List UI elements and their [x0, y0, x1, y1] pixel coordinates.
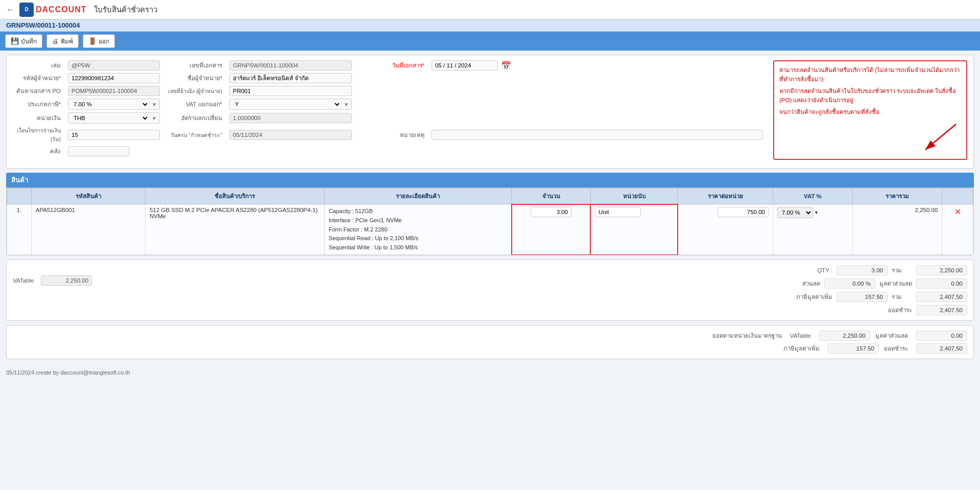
form-section: เล่ม เลขที่เอกสาร วันที่เอกสาร* 📅 รหัสผู…: [6, 55, 974, 169]
supplier-code-input[interactable]: [68, 73, 160, 83]
bt-vatable-label: VATable: [790, 333, 814, 339]
discount-label: ส่วนลด: [773, 279, 820, 288]
row-sku: APA512GB001: [31, 204, 145, 255]
qty-input[interactable]: [531, 207, 571, 217]
price-input[interactable]: [718, 207, 769, 217]
alert-box: สามารถลดจำนวนสินค้าหรือบริการได้ (ไม่สาม…: [773, 60, 967, 160]
alert-line3: จนกว่าสินค้าจะถูกสั่งซื้อครบตามที่สั่งซื…: [779, 107, 961, 116]
calendar-icon[interactable]: 📅: [501, 61, 511, 71]
qty-label: QTY :: [773, 267, 832, 273]
col-total-header: ราคารวม: [853, 189, 942, 204]
print-button[interactable]: 🖨 พิมพ์: [46, 34, 79, 48]
red-arrow-icon: [920, 122, 961, 152]
col-detail-header: รายละเอียดสินค้า: [324, 189, 512, 204]
unit-input[interactable]: [595, 207, 641, 217]
currency-select-wrap[interactable]: THB ▼: [68, 112, 160, 124]
warehouse-input[interactable]: [68, 146, 129, 156]
totals-section: ยอดตามหน่วยเงินมาตรฐาน VATable 2,250.00 …: [6, 325, 974, 359]
exchange-rate-input[interactable]: [229, 113, 352, 123]
book-label: เล่ม: [13, 61, 64, 70]
logo-icon: D: [19, 3, 34, 17]
page-title: ใบรับสินค้าชั่วคราว: [94, 4, 157, 16]
bt-discount-value: 0.00: [916, 331, 967, 341]
qty-row: QTY : 3.00 รวม 2,250.00: [773, 265, 967, 275]
date-input[interactable]: [432, 60, 498, 71]
col-sku-header: รหัสสินค้า: [31, 189, 145, 204]
alert-line2: หากมีการลดจำนวนสินค้าในใบรับของชั่วคราว …: [779, 86, 961, 105]
supplier-name-input[interactable]: [229, 73, 352, 83]
net-label: รวม: [892, 292, 912, 301]
bt-vat-label: ภาษีมูลค่าเพิ่ม: [783, 344, 823, 353]
note-label: หมายเหตุ: [356, 130, 427, 139]
bt-due-value: 2,407.50: [916, 343, 967, 354]
col-price-header: ราคาต่อหน่วย: [678, 189, 773, 204]
doc-number: GRNP5W/00011-100004: [6, 21, 80, 29]
back-button[interactable]: ←: [6, 5, 14, 14]
tax-type-select[interactable]: 7.00 %: [68, 99, 149, 109]
vatable-label: VATable: [13, 277, 37, 284]
bt-discount-label: มูลค่าส่วนลด: [875, 331, 911, 340]
product-table: รหัสสินค้า ชื่อสินค้า/บริการ รายละเอียดส…: [7, 188, 973, 255]
delete-row-button[interactable]: ✕: [952, 207, 963, 217]
total-due-value: 2,407.50: [916, 305, 967, 315]
bt-vat-value: 157.50: [828, 343, 879, 354]
bt-due-label: ยอดชำระ: [884, 344, 911, 353]
tax-type-select-wrap[interactable]: 7.00 % ▼: [68, 99, 160, 110]
row-vat-cell: 7.00 % ▼: [773, 204, 852, 255]
main-content: เล่ม เลขที่เอกสาร วันที่เอกสาร* 📅 รหัสผู…: [0, 51, 980, 367]
sub-header: GRNP5W/00011-100004: [0, 19, 980, 32]
std-unit-label: ยอดตามหน่วยเงินมาตรฐาน: [693, 331, 785, 340]
book-input[interactable]: [68, 60, 160, 71]
ref-doc-label: ค้นหาเอกสาร PO: [13, 86, 64, 96]
currency-label: หน่วยเงิน: [13, 113, 64, 123]
total-label: รวม: [892, 266, 912, 275]
page-footer: 05/11/2024 create by daccount@triangleso…: [0, 367, 980, 378]
total-value: 2,250.00: [916, 265, 967, 275]
summary-block: QTY : 3.00 รวม 2,250.00 ส่วนลด 0.00 % มู…: [773, 265, 967, 315]
vat-row-select[interactable]: 7.00 %: [777, 207, 813, 218]
payment-terms-input[interactable]: [68, 130, 160, 140]
tax-type-arrow: ▼: [149, 102, 159, 107]
vat-arrow: ▼: [341, 102, 351, 107]
svg-line-1: [925, 124, 956, 150]
note-input[interactable]: [432, 130, 763, 140]
ref-doc-input[interactable]: [68, 86, 160, 96]
footer-text: 05/11/2024 create by daccount@triangleso…: [6, 369, 130, 376]
exit-icon: 🚪: [88, 37, 97, 45]
doc-no-input[interactable]: [229, 60, 352, 71]
exchange-rate-label: อัตราแลกเปลี่ยน: [164, 113, 225, 123]
total-due-row: ยอดชำระ 2,407.50: [773, 305, 967, 315]
logo: D DACCOUNT: [19, 3, 87, 17]
app-header: ← D DACCOUNT ใบรับสินค้าชั่วคราว: [0, 0, 980, 19]
row-total: 2,250.00: [853, 204, 942, 255]
supplier-ref-input[interactable]: [229, 86, 352, 96]
vatable-input[interactable]: [41, 275, 92, 286]
row-delete: ✕: [942, 204, 973, 255]
net-value: 2,407.50: [916, 292, 967, 302]
exit-button[interactable]: 🚪 ออก: [83, 34, 115, 48]
products-section: สินค้า รหัสสินค้า ชื่อสินค้า/บริการ รายล…: [6, 173, 974, 255]
vat-label: VAT แยกนอก*: [164, 100, 225, 109]
discount-row: ส่วนลด 0.00 % มูลค่าส่วนลด 0.00: [773, 278, 967, 289]
currency-select[interactable]: THB: [68, 113, 149, 123]
discount-value-label: มูลค่าส่วนลด: [879, 279, 912, 288]
warehouse-label: คลัง: [18, 147, 64, 156]
vat-select-wrap[interactable]: Y ▼: [229, 99, 352, 110]
supplier-code-label: รหัสผู้จำหน่าย*: [13, 74, 64, 83]
vat-select-arrow: ▼: [814, 210, 819, 215]
vat-row: ภาษีมูลค่าเพิ่ม 157.50 รวม 2,407.50: [773, 292, 967, 302]
alert-line1: สามารถลดจำนวนสินค้าหรือบริการได้ (ไม่สาม…: [779, 65, 961, 84]
col-unit-header: หน่วยนับ: [590, 189, 678, 204]
product-table-wrap: รหัสสินค้า ชื่อสินค้า/บริการ รายละเอียดส…: [6, 188, 974, 255]
supplier-ref-label: เลขที่อ้างอิง (ผู้จำหน่าย): [164, 87, 225, 96]
vatable-row: VATable: [13, 275, 92, 286]
row-unit-cell: [590, 204, 678, 255]
vat-select[interactable]: Y: [230, 99, 341, 109]
total-due-label: ยอดชำระ: [773, 306, 912, 315]
save-button[interactable]: 💾 บันทึก: [5, 34, 42, 48]
qty-value: 3.00: [836, 265, 888, 275]
due-date-label: วันครบ "กำหนดชำระ": [164, 131, 225, 139]
due-date-input[interactable]: [229, 130, 352, 140]
doc-no-label: เลขที่เอกสาร: [164, 61, 225, 70]
currency-arrow: ▼: [149, 115, 159, 121]
